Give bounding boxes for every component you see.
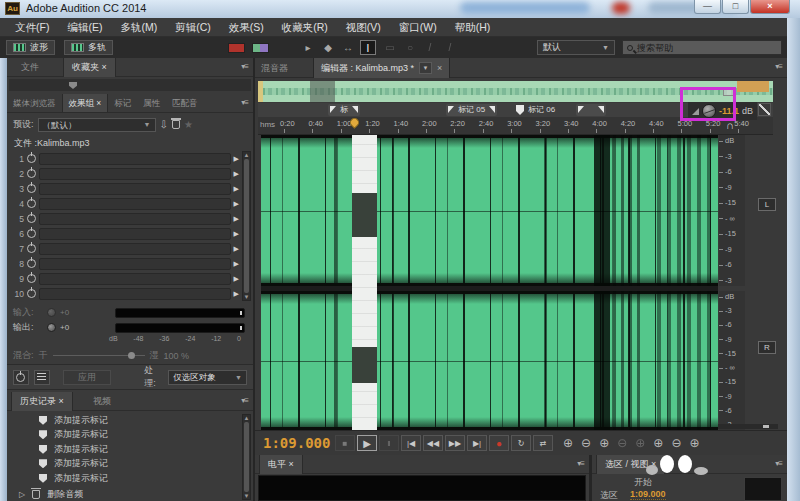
zoom-icon[interactable]: ⊕ — [563, 435, 573, 451]
chevron-down-icon[interactable]: ▼ — [419, 62, 432, 74]
slot-arrow-icon[interactable]: ▶ — [234, 185, 239, 193]
history-scrollbar[interactable]: ▲▼ — [242, 414, 251, 500]
transport-button[interactable]: ▶▶ — [445, 435, 465, 451]
marker-chip-empty[interactable] — [576, 104, 606, 116]
hud-move-icon[interactable] — [758, 103, 771, 116]
time-selection-region[interactable] — [352, 135, 377, 430]
rack-tab[interactable]: 匹配音 — [166, 94, 204, 112]
slot-arrow-icon[interactable]: ▶ — [234, 275, 239, 283]
search-input[interactable] — [637, 43, 757, 53]
rack-slot-row[interactable]: 5 ▶ — [11, 211, 239, 226]
power-icon[interactable] — [27, 274, 36, 283]
power-icon[interactable] — [27, 184, 36, 193]
zoom-icon[interactable]: ⊕ — [599, 435, 609, 451]
scroll-up-icon[interactable]: ▲ — [244, 415, 250, 421]
effect-slot[interactable] — [39, 183, 231, 195]
transport-button[interactable]: ‖ — [379, 435, 399, 451]
brush-tool-icon[interactable]: / — [422, 40, 438, 55]
power-icon[interactable] — [27, 169, 36, 178]
zoom-icon[interactable]: ⊕ — [653, 435, 663, 451]
effect-slot[interactable] — [39, 153, 231, 165]
history-item-delete-audio[interactable]: ▷ 删除音频 — [9, 487, 241, 501]
rack-slot-row[interactable]: 4 ▶ — [11, 196, 239, 211]
mix-slider-thumb[interactable] — [128, 352, 135, 359]
vertical-zoom-scrollbar[interactable] — [718, 424, 778, 429]
transport-button[interactable]: ⇄ — [533, 435, 553, 451]
favorites-list[interactable] — [9, 79, 251, 91]
marker-chip[interactable]: 标 — [328, 104, 360, 116]
scroll-down-icon[interactable]: ▼ — [244, 294, 250, 300]
tab-favorites[interactable]: 收藏夹 × — [63, 58, 116, 77]
power-icon[interactable] — [27, 154, 36, 163]
history-item[interactable]: 添加提示标记 — [9, 428, 241, 443]
output-knob[interactable] — [47, 323, 56, 332]
transport-button[interactable]: ↻ — [511, 435, 531, 451]
input-knob[interactable] — [47, 308, 56, 317]
history-item[interactable]: 添加提示标记 — [9, 413, 241, 428]
left-channel-button[interactable]: L — [758, 198, 776, 211]
transport-button[interactable]: ◀◀ — [423, 435, 443, 451]
effect-slot[interactable] — [39, 213, 231, 225]
power-icon[interactable] — [27, 214, 36, 223]
tab-levels[interactable]: 电平 × — [259, 455, 303, 474]
rack-slot-row[interactable]: 6 ▶ — [11, 226, 239, 241]
overview-selection[interactable] — [310, 81, 335, 102]
menu-item[interactable]: 编辑(E) — [58, 18, 111, 37]
rack-slot-row[interactable]: 8 ▶ — [11, 256, 239, 271]
history-item[interactable]: 添加提示标记 — [9, 471, 241, 486]
process-dropdown[interactable]: 仅选区对象 ▼ — [168, 370, 247, 385]
rack-slot-row[interactable]: 7 ▶ — [11, 241, 239, 256]
rack-scrollbar[interactable]: ▲▼ — [242, 151, 251, 301]
apply-button[interactable]: 应用 — [63, 370, 111, 385]
panel-menu-icon[interactable]: ▾≡ — [577, 459, 584, 468]
rack-tab[interactable]: 效果组 × — [62, 94, 109, 112]
transport-button[interactable]: ● — [489, 435, 509, 451]
marker-chip[interactable]: 标记 05 — [446, 104, 497, 116]
power-icon[interactable] — [27, 244, 36, 253]
rack-slot-row[interactable]: 9 ▶ — [11, 271, 239, 286]
razor-tool-icon[interactable]: ◆ — [320, 40, 336, 55]
slot-arrow-icon[interactable]: ▶ — [234, 170, 239, 178]
right-channel-waveform[interactable] — [261, 291, 718, 430]
menu-item[interactable]: 帮助(H) — [446, 18, 500, 37]
menu-item[interactable]: 剪辑(C) — [166, 18, 220, 37]
transport-button[interactable]: |◀ — [401, 435, 421, 451]
rack-slot-row[interactable]: 10 ▶ — [11, 286, 239, 301]
transport-button[interactable]: ■ — [335, 435, 355, 451]
panel-menu-icon[interactable]: ▾≡ — [775, 459, 782, 468]
effect-slot[interactable] — [39, 228, 231, 240]
slot-arrow-icon[interactable]: ▶ — [234, 260, 239, 268]
power-icon[interactable] — [27, 259, 36, 268]
scroll-thumb[interactable] — [244, 422, 249, 492]
history-item[interactable]: 添加提示标记 — [9, 442, 241, 457]
scroll-down-icon[interactable]: ▼ — [244, 493, 250, 499]
panel-menu-icon[interactable]: ▾≡ — [775, 62, 782, 71]
zoom-icon[interactable]: ⊖ — [581, 435, 591, 451]
panel-menu-icon[interactable]: ▾≡ — [241, 98, 248, 107]
rack-tab[interactable]: 属性 — [137, 94, 166, 112]
history-item[interactable]: 添加提示标记 — [9, 457, 241, 472]
multitrack-view-button[interactable]: 多轨 — [64, 40, 113, 55]
panel-menu-icon[interactable]: ▾≡ — [241, 396, 248, 405]
rack-slot-row[interactable]: 3 ▶ — [11, 181, 239, 196]
move-tool-icon[interactable]: ▸ — [300, 40, 316, 55]
lasso-tool-icon[interactable]: ○ — [402, 40, 418, 55]
effect-slot[interactable] — [39, 258, 231, 270]
rack-tab[interactable]: 标记 — [108, 94, 137, 112]
waveform-view-button[interactable]: 波形 — [6, 40, 55, 55]
maximize-button[interactable]: □ — [722, 0, 749, 14]
effect-slot[interactable] — [39, 288, 231, 300]
slot-arrow-icon[interactable]: ▶ — [234, 200, 239, 208]
marquee-tool-icon[interactable]: ▭ — [382, 40, 398, 55]
right-channel-button[interactable]: R — [758, 341, 776, 354]
workspace-dropdown[interactable]: 默认 ▼ — [537, 40, 615, 55]
power-icon[interactable] — [27, 289, 36, 298]
selection-start-value[interactable]: 1:09.000 — [630, 489, 666, 500]
marker-flag[interactable]: 标记 06 — [516, 104, 555, 116]
panel-menu-icon[interactable]: ▾≡ — [241, 62, 248, 71]
tab-files[interactable]: 文件 — [13, 58, 47, 77]
zoom-icon[interactable]: ⊕ — [689, 435, 699, 451]
spot-heal-tool-icon[interactable]: / — [442, 40, 458, 55]
zoom-icon[interactable]: ⊕ — [635, 435, 645, 451]
preset-dropdown[interactable]: （默认） ▼ — [38, 118, 156, 132]
